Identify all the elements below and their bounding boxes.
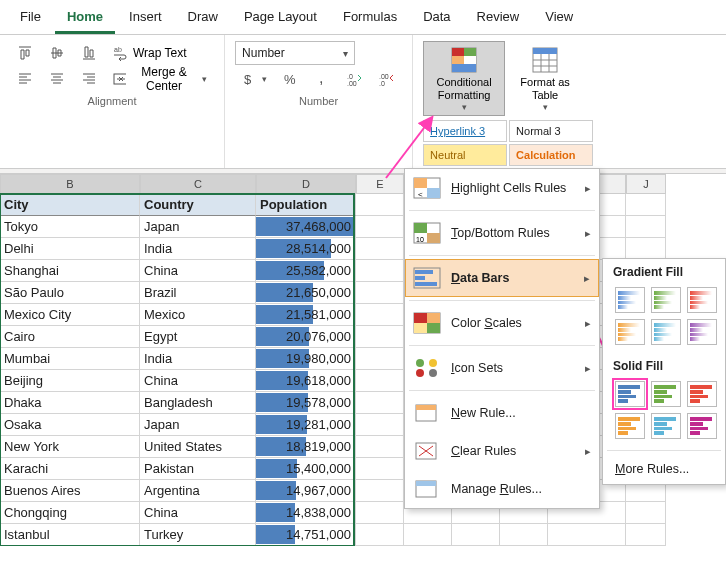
cell[interactable] [356, 260, 404, 282]
cell[interactable] [356, 436, 404, 458]
tab-home[interactable]: Home [55, 4, 115, 34]
cell-country[interactable]: Bangladesh [140, 392, 256, 414]
cell[interactable] [356, 414, 404, 436]
tab-draw[interactable]: Draw [176, 4, 230, 34]
gradient-databar-swatch[interactable] [615, 287, 645, 313]
solid-databar-swatch[interactable] [615, 381, 645, 407]
cell-city[interactable]: Mumbai [0, 348, 140, 370]
gradient-databar-swatch[interactable] [687, 287, 717, 313]
cell-city[interactable]: Delhi [0, 238, 140, 260]
align-center-button[interactable] [42, 67, 72, 91]
cell[interactable] [626, 502, 666, 524]
cell-population[interactable]: 15,400,000 [256, 458, 356, 480]
cell[interactable] [356, 304, 404, 326]
cell-population[interactable]: 19,618,000 [256, 370, 356, 392]
cell-country[interactable]: India [140, 238, 256, 260]
cell[interactable] [356, 392, 404, 414]
cell-style-hyperlink3[interactable]: Hyperlink 3 [423, 120, 507, 142]
percent-format-button[interactable]: % [276, 67, 306, 91]
cell-city[interactable]: New York [0, 436, 140, 458]
cell[interactable] [356, 370, 404, 392]
accounting-format-button[interactable]: $▾ [235, 67, 274, 91]
cell-country[interactable]: India [140, 348, 256, 370]
table-header-country[interactable]: Country [140, 194, 256, 216]
menu-top-bottom-rules[interactable]: 10 Top/Bottom Rules ▸ [405, 214, 599, 252]
menu-color-scales[interactable]: Color Scales ▸ [405, 304, 599, 342]
cell[interactable] [356, 502, 404, 524]
cell[interactable] [356, 348, 404, 370]
cell-city[interactable]: Mexico City [0, 304, 140, 326]
cell[interactable] [356, 194, 404, 216]
merge-center-button[interactable]: Merge & Center ▾ [106, 67, 214, 91]
wrap-text-button[interactable]: ab Wrap Text [106, 41, 194, 65]
cell-city[interactable]: Shanghai [0, 260, 140, 282]
menu-data-bars[interactable]: Data Bars ▸ [405, 259, 599, 297]
cell-country[interactable]: Egypt [140, 326, 256, 348]
cell-country[interactable]: Mexico [140, 304, 256, 326]
cell-city[interactable]: Karachi [0, 458, 140, 480]
cell-country[interactable]: Japan [140, 414, 256, 436]
tab-view[interactable]: View [533, 4, 585, 34]
menu-new-rule[interactable]: New Rule... [405, 394, 599, 432]
align-top-button[interactable] [10, 41, 40, 65]
gradient-databar-swatch[interactable] [651, 319, 681, 345]
menu-icon-sets[interactable]: Icon Sets ▸ [405, 349, 599, 387]
conditional-formatting-button[interactable]: Conditional Formatting▾ [423, 41, 505, 116]
cell[interactable] [626, 194, 666, 216]
cell-population[interactable]: 19,578,000 [256, 392, 356, 414]
cell[interactable] [356, 216, 404, 238]
cell-population[interactable]: 14,838,000 [256, 502, 356, 524]
cell-country[interactable]: Pakistan [140, 458, 256, 480]
cell[interactable] [356, 326, 404, 348]
cell-population[interactable]: 14,751,000 [256, 524, 356, 546]
solid-databar-swatch[interactable] [687, 381, 717, 407]
tab-insert[interactable]: Insert [117, 4, 174, 34]
cell-city[interactable]: Istanbul [0, 524, 140, 546]
cell-country[interactable]: United States [140, 436, 256, 458]
cell-style-neutral[interactable]: Neutral [423, 144, 507, 166]
cell-style-calculation[interactable]: Calculation [509, 144, 593, 166]
align-right-button[interactable] [74, 67, 104, 91]
align-left-button[interactable] [10, 67, 40, 91]
cell[interactable] [626, 238, 666, 260]
cell-city[interactable]: Beijing [0, 370, 140, 392]
table-header-population[interactable]: Population [256, 194, 356, 216]
cell[interactable] [356, 458, 404, 480]
cell-country[interactable]: China [140, 502, 256, 524]
cell-population[interactable]: 37,468,000 [256, 216, 356, 238]
solid-databar-swatch[interactable] [651, 381, 681, 407]
cell-city[interactable]: Tokyo [0, 216, 140, 238]
cell-population[interactable]: 14,967,000 [256, 480, 356, 502]
cell-style-normal3[interactable]: Normal 3 [509, 120, 593, 142]
table-header-city[interactable]: City [0, 194, 140, 216]
cell-population[interactable]: 25,582,000 [256, 260, 356, 282]
tab-review[interactable]: Review [465, 4, 532, 34]
align-bottom-button[interactable] [74, 41, 104, 65]
cell[interactable] [356, 238, 404, 260]
cell[interactable] [356, 480, 404, 502]
cell-country[interactable]: Turkey [140, 524, 256, 546]
more-rules-link[interactable]: More Rules... [603, 454, 725, 484]
cell-city[interactable]: Chongqing [0, 502, 140, 524]
format-as-table-button[interactable]: Format as Table▾ [509, 41, 581, 116]
number-format-combo[interactable]: Number [235, 41, 355, 65]
cell-population[interactable]: 21,650,000 [256, 282, 356, 304]
solid-databar-swatch[interactable] [651, 413, 681, 439]
cell-country[interactable]: Argentina [140, 480, 256, 502]
tab-formulas[interactable]: Formulas [331, 4, 409, 34]
column-header-B[interactable]: B [0, 174, 140, 194]
cell[interactable] [356, 524, 404, 546]
solid-databar-swatch[interactable] [615, 413, 645, 439]
tab-page-layout[interactable]: Page Layout [232, 4, 329, 34]
cell-city[interactable]: Cairo [0, 326, 140, 348]
solid-databar-swatch[interactable] [687, 413, 717, 439]
tab-data[interactable]: Data [411, 4, 462, 34]
cell-city[interactable]: Dhaka [0, 392, 140, 414]
cell[interactable] [452, 524, 500, 546]
cell[interactable] [626, 524, 666, 546]
cell[interactable] [404, 524, 452, 546]
gradient-databar-swatch[interactable] [687, 319, 717, 345]
cell-city[interactable]: São Paulo [0, 282, 140, 304]
increase-decimal-button[interactable]: .0.00 [340, 67, 370, 91]
column-header-E[interactable]: E [356, 174, 404, 194]
